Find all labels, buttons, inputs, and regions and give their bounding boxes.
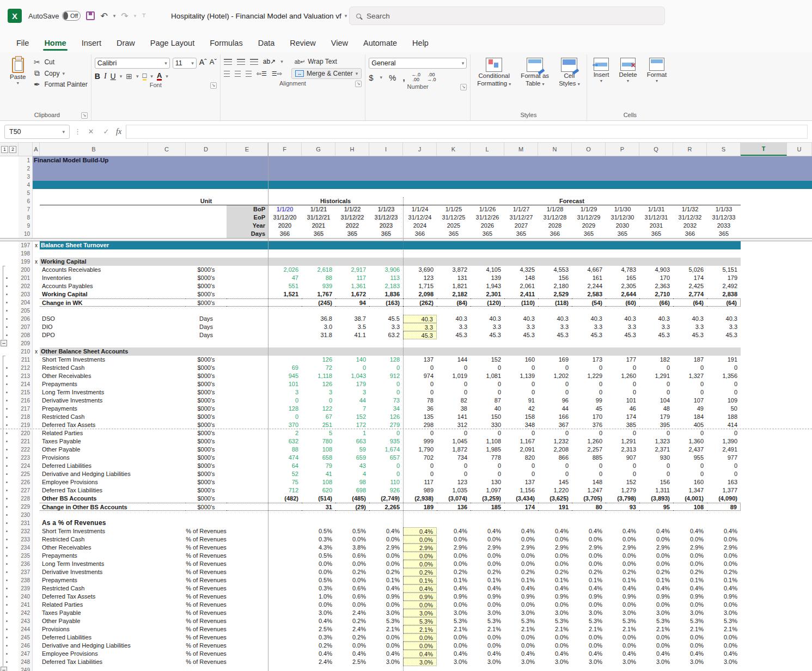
empty-cell[interactable] (741, 388, 787, 396)
hist-value-cell[interactable]: (485) (335, 495, 369, 503)
forecast-value-cell[interactable]: 1,377 (707, 486, 741, 495)
forecast-value-cell[interactable]: 161 (572, 274, 606, 282)
unit-cell[interactable]: $000's (186, 298, 227, 307)
row-header-242[interactable]: 242 (19, 609, 33, 617)
empty-cell[interactable] (148, 584, 186, 593)
section-marker-cell[interactable] (33, 421, 40, 429)
forecast-value-cell[interactable]: 1,220 (538, 486, 572, 495)
empty-cell[interactable] (787, 429, 812, 437)
forecast-value-cell[interactable]: 0.4% (403, 650, 437, 658)
unit-cell[interactable]: $000's (186, 478, 227, 486)
forecast-value-cell[interactable]: 38 (437, 405, 471, 413)
unit-cell[interactable]: % of Revenues (186, 625, 227, 633)
forecast-value-cell[interactable]: 87 (471, 396, 504, 405)
forecast-value-cell[interactable]: 0.0% (707, 642, 741, 650)
forecast-value-cell[interactable]: 152 (606, 478, 639, 486)
empty-cell[interactable] (787, 364, 812, 372)
empty-cell[interactable] (787, 503, 812, 511)
forecast-value-cell[interactable]: 0 (639, 364, 673, 372)
section-marker-cell[interactable] (33, 486, 40, 495)
forecast-value-cell[interactable]: 1,390 (707, 437, 741, 446)
column-header-Q[interactable]: Q (639, 143, 673, 156)
empty-cell[interactable] (787, 560, 812, 568)
empty-cell[interactable] (741, 658, 787, 666)
hist-value-cell[interactable]: 0 (369, 470, 403, 478)
row-label-cell[interactable]: Derivative Investments (40, 396, 148, 405)
font-color-button[interactable]: A (157, 72, 162, 81)
excel-logo-icon[interactable]: X (8, 9, 22, 23)
forecast-value-cell[interactable]: 0 (538, 388, 572, 396)
hist-value-cell[interactable]: 0.0% (369, 642, 403, 650)
forecast-value-cell[interactable]: 0.0% (538, 633, 572, 642)
empty-cell[interactable] (227, 658, 268, 666)
hist-value-cell[interactable] (268, 315, 302, 323)
column-header-U[interactable]: U (787, 143, 812, 156)
forecast-value-cell[interactable]: 1,291 (606, 437, 639, 446)
forecast-value-cell[interactable]: 2,371 (639, 446, 673, 454)
forecast-value-cell[interactable]: 0 (673, 462, 707, 470)
forecast-value-cell[interactable]: 3.0% (538, 609, 572, 617)
empty-cell[interactable] (148, 331, 186, 339)
empty-cell[interactable] (741, 241, 787, 249)
forecast-value-cell[interactable]: 2.1% (403, 625, 437, 633)
section-marker-cell[interactable] (33, 544, 40, 552)
forecast-value-cell[interactable]: 0 (471, 462, 504, 470)
hist-value-cell[interactable]: 912 (369, 372, 403, 380)
unit-cell[interactable]: $000's (186, 429, 227, 437)
forecast-value-cell[interactable]: 0.4% (471, 584, 504, 593)
row-header-9[interactable]: 9 (19, 222, 33, 230)
forecast-value-cell[interactable]: 1,327 (673, 372, 707, 380)
empty-cell[interactable] (787, 601, 812, 609)
tab-page-layout[interactable]: Page Layout (144, 34, 201, 52)
forecast-value-cell[interactable]: 0.4% (707, 584, 741, 593)
forecast-value-cell[interactable]: 1,821 (437, 282, 471, 290)
hist-value-cell[interactable]: 63.2 (369, 331, 403, 339)
row-label-cell[interactable]: DIO (40, 323, 148, 331)
forecast-value-cell[interactable]: 0 (538, 429, 572, 437)
hist-value-cell[interactable] (268, 593, 302, 601)
hist-value-cell[interactable]: 3.0% (302, 609, 335, 617)
empty-cell[interactable] (148, 290, 186, 298)
hist-value-cell[interactable]: 620 (302, 486, 335, 495)
forecast-value-cell[interactable]: 3.3 (403, 323, 437, 331)
forecast-value-cell[interactable]: (3,893) (639, 495, 673, 503)
forecast-value-cell[interactable]: 820 (504, 454, 538, 462)
forecast-value-cell[interactable]: 0.0% (538, 552, 572, 560)
forecast-value-cell[interactable]: 0 (437, 388, 471, 396)
row-header-215[interactable]: 215 (19, 388, 33, 396)
row-header-210[interactable]: 210 (19, 347, 33, 356)
empty-cell[interactable] (741, 527, 787, 535)
hist-value-cell[interactable]: 128 (369, 356, 403, 364)
tab-automate[interactable]: Automate (357, 34, 404, 52)
paste-button[interactable]: Paste ▾ (7, 56, 29, 88)
forecast-value-cell[interactable]: 0 (504, 462, 538, 470)
forecast-value-cell[interactable]: 0 (504, 470, 538, 478)
empty-cell[interactable] (787, 197, 812, 205)
forecast-value-cell[interactable]: 0.0% (403, 560, 437, 568)
forecast-value-cell[interactable]: 2,774 (673, 290, 707, 298)
empty-cell[interactable] (787, 347, 812, 356)
section-marker-cell[interactable] (33, 642, 40, 650)
outline-level-2-button[interactable]: 2 (9, 146, 16, 153)
row-header-226[interactable]: 226 (19, 478, 33, 486)
empty-cell[interactable] (741, 454, 787, 462)
select-all-corner[interactable] (19, 143, 33, 156)
forecast-value-cell[interactable]: 3.0% (572, 658, 606, 666)
forecast-value-cell[interactable]: 0.0% (673, 642, 707, 650)
forecast-value-cell[interactable]: (118) (538, 298, 572, 307)
column-header-L[interactable]: L (471, 143, 504, 156)
empty-cell[interactable] (227, 535, 268, 544)
section-marker-cell[interactable] (33, 601, 40, 609)
forecast-value-cell[interactable]: 3.0% (538, 658, 572, 666)
forecast-value-cell[interactable]: 1,081 (471, 372, 504, 380)
empty-cell[interactable] (227, 356, 268, 364)
empty-cell[interactable] (227, 331, 268, 339)
row-label-cell[interactable]: Derivative Investments (40, 568, 148, 576)
align-center-button[interactable] (235, 71, 241, 77)
forecast-value-cell[interactable]: (60) (606, 298, 639, 307)
hist-value-cell[interactable]: 0.2% (335, 617, 369, 625)
forecast-value-cell[interactable]: 0 (437, 429, 471, 437)
forecast-value-cell[interactable]: 2,182 (437, 290, 471, 298)
empty-cell[interactable] (741, 205, 787, 213)
empty-cell[interactable] (787, 222, 812, 230)
